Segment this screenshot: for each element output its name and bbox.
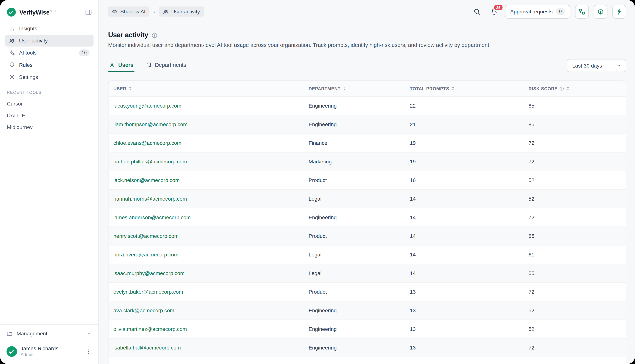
tab-departments[interactable]: Departments	[145, 59, 187, 72]
breadcrumb-user-activity[interactable]: User activity	[159, 6, 204, 16]
info-icon[interactable]	[151, 32, 158, 38]
risk-cell: 85	[524, 226, 626, 245]
recent-tool-midjourney[interactable]: Midjourney	[0, 121, 98, 133]
user-email-cell[interactable]: chloe.evans@acmecorp.com	[108, 134, 304, 152]
sidebar-item-insights[interactable]: Insights	[5, 23, 94, 34]
sort-icon	[566, 86, 570, 91]
column-header-department[interactable]: DEPARTMENT	[304, 81, 405, 96]
user-email-cell[interactable]: ava.clark@acmecorp.com	[108, 301, 304, 320]
user-email-cell[interactable]: nora.rivera@acmecorp.com	[108, 245, 304, 264]
cube-icon	[597, 8, 604, 15]
user-email-cell[interactable]: olivia.martinez@acmecorp.com	[108, 320, 304, 338]
sidebar-item-user-activity[interactable]: User activity	[5, 35, 94, 46]
quick-actions-button[interactable]	[612, 5, 626, 18]
user-email-cell[interactable]: nathan.phillips@acmecorp.com	[108, 152, 304, 171]
management-menu[interactable]: Management	[0, 324, 98, 342]
table-row[interactable]: isabella.hall@acmecorp.com Engineering 1…	[108, 338, 626, 357]
column-header-total-prompts[interactable]: TOTAL PROMPTS	[405, 81, 524, 96]
risk-cell: 72	[524, 152, 626, 171]
sidebar-item-ai-tools[interactable]: AI tools 10	[5, 47, 94, 58]
sidebar-item-label: Rules	[19, 62, 33, 68]
breadcrumb: Shadow AI › User activity	[108, 6, 204, 16]
sidebar-item-rules[interactable]: Rules	[5, 59, 94, 71]
tab-users[interactable]: Users	[108, 59, 134, 72]
recent-tools-heading: RECENT TOOLS	[0, 90, 98, 95]
sort-icon	[451, 86, 455, 91]
department-cell: Marketing	[304, 152, 405, 171]
table-row[interactable]: liam.thompson@acmecorp.com Engineering 2…	[108, 115, 626, 134]
risk-cell: 55	[524, 264, 626, 282]
sidebar-item-label: User activity	[19, 38, 48, 44]
eye-icon	[112, 9, 117, 14]
chevron-down-icon	[616, 63, 621, 68]
prompts-cell: 14	[405, 208, 524, 226]
prompts-cell: 22	[405, 96, 524, 115]
risk-cell: 72	[524, 208, 626, 226]
breadcrumb-label: User activity	[171, 8, 200, 15]
department-cell: Engineering	[304, 338, 405, 357]
sidebar-item-settings[interactable]: Settings	[5, 71, 94, 83]
sidebar-footer: Management James Richards Admin	[0, 324, 98, 364]
table-row[interactable]: james.anderson@acmecorp.com Engineering …	[108, 208, 626, 226]
table-row[interactable]: jack.nelson@acmecorp.com Product 16 52	[108, 171, 626, 189]
department-cell: Product	[304, 171, 405, 189]
page-description: Monitor individual user and department-l…	[108, 42, 626, 48]
table-row[interactable]: nora.rivera@acmecorp.com Legal 14 61	[108, 245, 626, 264]
user-email-cell[interactable]: isaac.murphy@acmecorp.com	[108, 264, 304, 282]
user-email-cell[interactable]: lucas.young@acmecorp.com	[108, 96, 304, 115]
chevron-down-icon	[86, 331, 92, 336]
stage: VerifyWisev1.7 Insights User activity	[0, 0, 635, 364]
table-row[interactable]: hannah.morris@acmecorp.com Legal 14 52	[108, 189, 626, 208]
packages-button[interactable]	[594, 5, 607, 18]
sidebar-collapse-icon[interactable]	[84, 8, 93, 16]
department-cell: Engineering	[304, 115, 405, 134]
breadcrumb-shadow-ai[interactable]: Shadow AI	[108, 6, 149, 16]
table-row[interactable]: ava.clark@acmecorp.com Engineering 13 52	[108, 301, 626, 320]
table-row[interactable]: olivia.martinez@acmecorp.com Engineering…	[108, 320, 626, 338]
notifications-count-badge: 25	[493, 4, 503, 11]
approval-requests-button[interactable]: Approval requests 0	[505, 5, 570, 18]
user-name: James Richards	[21, 346, 59, 352]
recent-tool-dall-e[interactable]: DALL-E	[0, 110, 98, 121]
department-cell: Finance	[304, 134, 405, 152]
workflow-button[interactable]	[575, 5, 589, 18]
user-meta: James Richards Admin	[21, 346, 59, 358]
table-row[interactable]: evelyn.baker@acmecorp.com Product 13 72	[108, 282, 626, 301]
notifications-button[interactable]: 25	[488, 6, 500, 18]
brand-name: VerifyWisev1.7	[19, 9, 56, 16]
table-header-row: USER DEPARTMENT TOTAL PROMPTS	[108, 81, 626, 96]
sidebar-item-label: AI tools	[19, 50, 37, 56]
users-icon	[9, 38, 15, 44]
page-title: User activity	[108, 31, 148, 39]
column-header-user[interactable]: USER	[108, 81, 304, 96]
table-row[interactable]: isaac.murphy@acmecorp.com Legal 14 55	[108, 264, 626, 282]
prompts-cell: 19	[405, 152, 524, 171]
search-button[interactable]	[471, 6, 483, 18]
prompts-cell: 16	[405, 171, 524, 189]
table-row[interactable]: lucas.young@acmecorp.com Engineering 22 …	[108, 96, 626, 115]
user-email-cell[interactable]: liam.thompson@acmecorp.com	[108, 115, 304, 134]
date-range-select[interactable]: Last 30 days	[567, 59, 626, 72]
user-email-cell[interactable]: hannah.morris@acmecorp.com	[108, 189, 304, 208]
table-row[interactable]: henry.scott@acmecorp.com Product 14 85	[108, 226, 626, 245]
app-window: VerifyWisev1.7 Insights User activity	[0, 0, 635, 364]
prompts-cell: 14	[405, 264, 524, 282]
sidebar-item-label: Settings	[19, 74, 38, 80]
risk-cell: 72	[524, 338, 626, 357]
user-activity-table: USER DEPARTMENT TOTAL PROMPTS	[108, 81, 626, 357]
risk-cell: 52	[524, 301, 626, 320]
user-email-cell[interactable]: james.anderson@acmecorp.com	[108, 208, 304, 226]
user-menu-dots-icon[interactable]	[84, 347, 93, 356]
user-email-cell[interactable]: evelyn.baker@acmecorp.com	[108, 282, 304, 301]
table-row[interactable]: chloe.evans@acmecorp.com Finance 19 72	[108, 134, 626, 152]
user-email-cell[interactable]: isabella.hall@acmecorp.com	[108, 338, 304, 357]
user-email-cell[interactable]: jack.nelson@acmecorp.com	[108, 171, 304, 189]
table-row[interactable]: nathan.phillips@acmecorp.com Marketing 1…	[108, 152, 626, 171]
user-email-cell[interactable]: henry.scott@acmecorp.com	[108, 226, 304, 245]
approval-requests-label: Approval requests	[510, 8, 553, 15]
sort-icon	[128, 86, 132, 91]
column-header-risk-score[interactable]: RISK SCORE	[524, 81, 626, 96]
user-activity-table-card: USER DEPARTMENT TOTAL PROMPTS	[108, 80, 626, 364]
app-version: v1.7	[50, 9, 56, 13]
recent-tool-cursor[interactable]: Cursor	[0, 98, 98, 110]
